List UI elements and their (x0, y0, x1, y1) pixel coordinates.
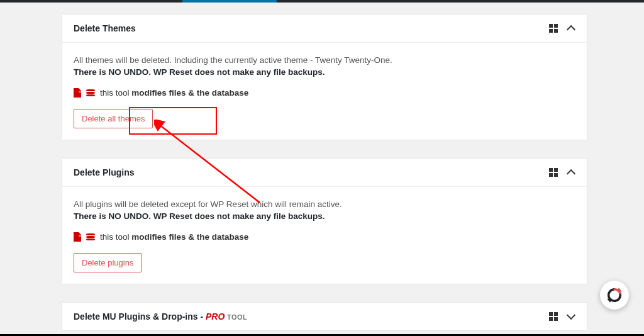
card-delete-plugins: Delete Plugins All plugins will be delet… (62, 158, 587, 284)
card-title: Delete Plugins (74, 167, 549, 177)
delete-plugins-button[interactable]: Delete plugins (74, 253, 142, 272)
card-header-controls (549, 168, 575, 177)
admin-top-bar (0, 0, 644, 3)
description-text: All themes will be deleted. Including th… (74, 55, 575, 65)
grid-icon[interactable] (549, 168, 558, 177)
meta-prefix: this tool (100, 88, 131, 98)
meta-prefix: this tool (100, 232, 131, 242)
meta-text: this tool modifies files & the database (100, 88, 248, 98)
chevron-down-icon[interactable] (567, 312, 575, 321)
database-icon (86, 89, 95, 96)
refresh-badge[interactable] (600, 281, 629, 310)
chevron-up-icon[interactable] (567, 24, 575, 33)
card-delete-mu-plugins: Delete MU Plugins & Drop-ins - PRO TOOL (62, 302, 587, 331)
database-icon (86, 233, 95, 240)
warning-text: There is NO UNDO. WP Reset does not make… (74, 67, 575, 77)
description-text: All plugins will be deleted except for W… (74, 199, 575, 209)
card-title: Delete MU Plugins & Drop-ins - PRO TOOL (74, 311, 549, 322)
file-icon (74, 232, 81, 242)
card-header[interactable]: Delete MU Plugins & Drop-ins - PRO TOOL (62, 303, 587, 330)
chevron-up-icon[interactable] (567, 168, 575, 177)
warning-text: There is NO UNDO. WP Reset does not make… (74, 211, 575, 221)
delete-all-themes-button[interactable]: Delete all themes (74, 109, 153, 128)
card-delete-themes: Delete Themes All themes will be deleted… (62, 14, 587, 140)
card-header-controls (549, 312, 575, 321)
meta-bold: modifies files & the database (131, 232, 248, 242)
meta-bold: modifies files & the database (131, 88, 248, 98)
grid-icon[interactable] (549, 312, 558, 321)
pro-badge: PRO (206, 311, 225, 322)
refresh-icon (606, 286, 623, 304)
card-title: Delete Themes (74, 23, 549, 33)
content-area: Delete Themes All themes will be deleted… (0, 3, 644, 331)
meta-text: this tool modifies files & the database (100, 232, 248, 242)
meta-row: this tool modifies files & the database (74, 232, 575, 242)
meta-row: this tool modifies files & the database (74, 88, 575, 98)
tool-label: TOOL (225, 313, 247, 321)
card-header[interactable]: Delete Plugins (62, 159, 587, 187)
card-body: All plugins will be deleted except for W… (62, 187, 587, 284)
grid-icon[interactable] (549, 24, 558, 33)
title-prefix: Delete MU Plugins & Drop-ins - (74, 311, 206, 322)
card-header-controls (549, 24, 575, 33)
file-icon (74, 88, 81, 98)
card-body: All themes will be deleted. Including th… (62, 43, 587, 140)
card-header[interactable]: Delete Themes (62, 14, 587, 43)
